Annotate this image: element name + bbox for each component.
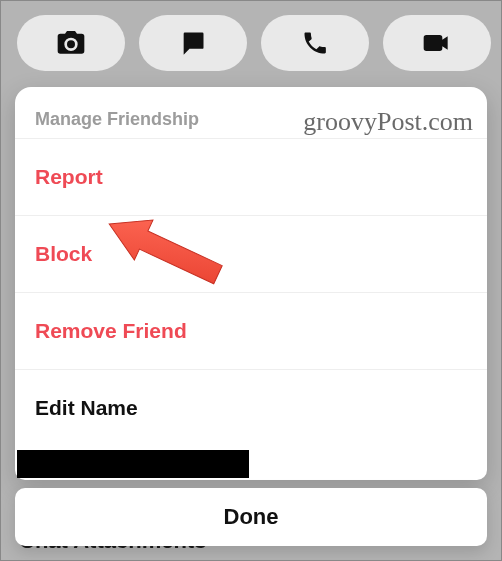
chat-button[interactable]	[139, 15, 247, 71]
chat-icon	[179, 29, 207, 57]
camera-button[interactable]	[17, 15, 125, 71]
done-label: Done	[224, 504, 279, 530]
video-call-button[interactable]	[383, 15, 491, 71]
manage-friendship-sheet: Manage Friendship Report Block Remove Fr…	[15, 87, 487, 480]
phone-icon	[301, 29, 329, 57]
menu-item-remove-friend[interactable]: Remove Friend	[15, 293, 487, 369]
camera-icon	[55, 27, 87, 59]
call-button[interactable]	[261, 15, 369, 71]
menu-item-label: Remove Friend	[35, 319, 187, 342]
redaction-bar	[17, 450, 249, 478]
menu-item-block[interactable]: Block	[15, 216, 487, 292]
video-icon	[421, 27, 453, 59]
done-button[interactable]: Done	[15, 488, 487, 546]
menu-item-label: Report	[35, 165, 103, 188]
menu-item-report[interactable]: Report	[15, 139, 487, 215]
menu-item-edit-name[interactable]: Edit Name	[15, 370, 487, 446]
top-toolbar	[1, 1, 501, 87]
menu-item-label: Block	[35, 242, 92, 265]
menu-item-label: Edit Name	[35, 396, 138, 419]
sheet-header: Manage Friendship	[15, 87, 487, 138]
